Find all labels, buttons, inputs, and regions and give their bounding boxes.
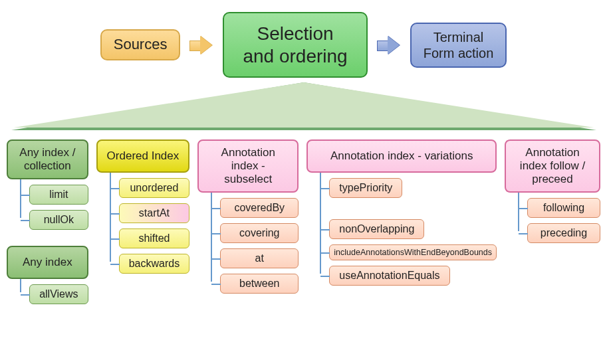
terminal-form-action-box: Terminal Form action [410,23,507,68]
item-preceding: preceding [527,223,600,243]
column-ordered-index: Ordered Index unordered startAt shifted … [96,139,189,304]
item-following: following [527,198,600,218]
selection-line2: and ordering [243,45,347,68]
top-flow-row: Sources Selection and ordering Terminal … [0,12,607,78]
item-covering: covering [220,223,299,243]
item-typepriority: typePriority [329,178,402,198]
item-coveredby: coveredBy [220,198,299,218]
sources-box: Sources [100,29,181,60]
children-variations: typePriority nonOverlapping includeAnnot… [320,178,497,286]
item-allviews: allViews [29,284,88,304]
item-useannotationequals: useAnnotationEquals [329,266,449,286]
any-index-collection-block: Any index / collection limit nullOk [7,139,88,230]
terminal-line1: Terminal [424,29,494,45]
children-any-index-collection: limit nullOk [20,185,88,230]
children-ordered-index: unordered startAt shifted backwards [110,178,189,274]
item-includeannotationswithendbeyondbounds: includeAnnotationsWithEndBeyondBounds [329,244,497,260]
item-at: at [220,248,299,268]
item-between: between [220,274,299,294]
column-any-index: Any index / collection limit nullOk Any … [7,139,88,304]
item-shifted: shifted [119,228,189,248]
children-subselect: coveredBy covering at between [211,198,299,294]
item-unordered: unordered [119,178,189,198]
categories-row: Any index / collection limit nullOk Any … [7,139,600,304]
header-ordered-index: Ordered Index [96,139,189,173]
funnel-triangle-icon [11,82,596,130]
arrow-right-icon [189,36,213,54]
header-annotation-subselect: Annotation index - subselect [197,139,299,193]
item-backwards: backwards [119,254,189,274]
item-startat: startAt [119,203,189,223]
header-any-index-collection: Any index / collection [7,139,88,179]
column-variations: Annotation index - variations typePriori… [306,139,497,304]
item-nullok: nullOk [29,210,88,230]
item-limit: limit [29,185,88,205]
header-annotation-variations: Annotation index - variations [306,139,497,173]
children-any-index: allViews [20,284,88,304]
selection-ordering-box: Selection and ordering [223,12,367,78]
item-nonoverlapping: nonOverlapping [329,219,424,239]
arrow-right-icon [377,36,401,54]
column-follow-preceed: Annotation index follow / preceed follow… [505,139,600,304]
column-subselect: Annotation index - subselect coveredBy c… [197,139,299,304]
any-index-block: Any index allViews [7,246,88,304]
selection-line1: Selection [243,23,347,45]
terminal-line2: Form action [424,45,494,61]
header-any-index: Any index [7,246,88,279]
children-follow-preceed: following preceding [518,198,600,243]
header-annotation-follow-preceed: Annotation index follow / preceed [505,139,600,193]
